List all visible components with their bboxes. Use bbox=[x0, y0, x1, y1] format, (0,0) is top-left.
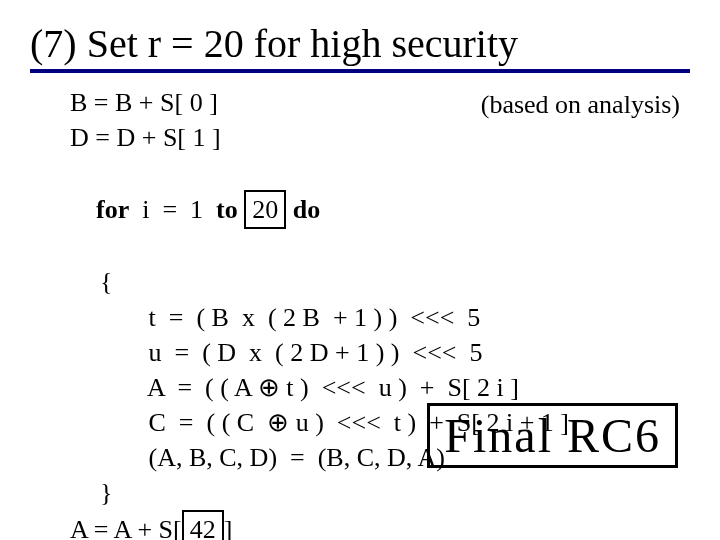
code-line: D = D + S[ 1 ] bbox=[70, 120, 690, 155]
code-line: B = B + S[ 0 ] bbox=[70, 85, 690, 120]
final-label-box: Final RC6 bbox=[427, 403, 678, 468]
rounds-box: 20 bbox=[244, 190, 286, 229]
xor-icon: ⊕ bbox=[258, 370, 280, 405]
keyword-to: to bbox=[216, 195, 238, 224]
code-line: A = A + S[42] bbox=[70, 510, 690, 540]
code-line: { bbox=[70, 264, 690, 299]
code-line: t = ( B x ( 2 B + 1 ) ) <<< 5 bbox=[70, 300, 690, 335]
xor-icon: ⊕ bbox=[267, 405, 289, 440]
index-box: 42 bbox=[182, 510, 224, 540]
code-line: u = ( D x ( 2 D + 1 ) ) <<< 5 bbox=[70, 335, 690, 370]
code-line: A = ( ( A ⊕ t ) <<< u ) + S[ 2 i ] bbox=[70, 370, 690, 405]
keyword-for: for bbox=[96, 195, 129, 224]
code-line: for i = 1 to 20 do bbox=[70, 155, 690, 264]
slide-title: (7) Set r = 20 for high security bbox=[30, 20, 690, 73]
code-line: } bbox=[70, 475, 690, 510]
pseudocode-block: B = B + S[ 0 ] D = D + S[ 1 ] for i = 1 … bbox=[30, 85, 690, 540]
keyword-do: do bbox=[293, 195, 320, 224]
